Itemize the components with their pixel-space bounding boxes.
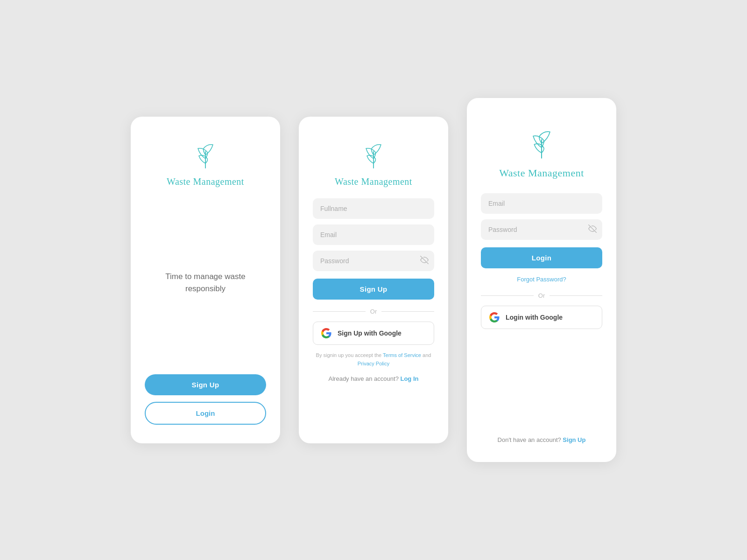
splash-signup-button[interactable]: Sign Up bbox=[145, 374, 266, 395]
fullname-input[interactable] bbox=[313, 198, 434, 219]
google-login-button[interactable]: Login with Google bbox=[481, 306, 602, 329]
splash-actions: Sign Up Login bbox=[145, 374, 266, 425]
privacy-link[interactable]: Privacy Policy bbox=[358, 361, 389, 366]
email-input-login[interactable] bbox=[481, 193, 602, 214]
terms-link[interactable]: Terms of Service bbox=[383, 352, 421, 358]
google-icon-login bbox=[489, 312, 500, 323]
google-login-label: Login with Google bbox=[506, 314, 563, 321]
login-link-signup[interactable]: Log In bbox=[400, 375, 418, 382]
signup-form: Sign Up bbox=[313, 198, 434, 300]
signup-card: Waste Management Sign Up Or Sign Up w bbox=[299, 117, 448, 443]
splash-card: Waste Management Time to manage waste re… bbox=[131, 117, 280, 443]
no-account-text: Don't have an account? Sign Up bbox=[498, 422, 586, 443]
plant-logo-icon-signup bbox=[355, 135, 392, 173]
password-wrapper-signup bbox=[313, 251, 434, 271]
signup-button[interactable]: Sign Up bbox=[313, 279, 434, 300]
plant-logo-icon-login bbox=[521, 121, 563, 163]
or-label-login: Or bbox=[538, 292, 545, 299]
or-divider-signup: Or bbox=[313, 308, 434, 315]
signup-logo-area: Waste Management bbox=[335, 135, 412, 187]
splash-logo-area: Waste Management bbox=[167, 135, 244, 187]
signup-link-login[interactable]: Sign Up bbox=[563, 436, 585, 443]
splash-app-title: Waste Management bbox=[167, 176, 244, 187]
login-app-title: Waste Management bbox=[499, 167, 584, 179]
terms-text: By signin up you acceept the Terms of Se… bbox=[316, 351, 431, 368]
tagline-line1: Time to manage waste bbox=[165, 272, 245, 281]
splash-tagline: Time to manage waste responsibly bbox=[165, 267, 245, 294]
google-icon-signup bbox=[321, 328, 332, 339]
google-signup-button[interactable]: Sign Up with Google bbox=[313, 322, 434, 345]
already-account-text: Already have an account? Log In bbox=[329, 375, 419, 382]
or-label-signup: Or bbox=[370, 308, 377, 315]
google-signup-label: Sign Up with Google bbox=[338, 329, 402, 337]
or-divider-login: Or bbox=[481, 292, 602, 299]
password-input-login[interactable] bbox=[481, 219, 602, 240]
login-logo-area: Waste Management bbox=[499, 121, 584, 179]
login-card: Waste Management Login Forgot Password? … bbox=[467, 98, 616, 462]
splash-login-button[interactable]: Login bbox=[145, 402, 266, 425]
forgot-password-link[interactable]: Forgot Password? bbox=[481, 276, 602, 283]
email-input-signup[interactable] bbox=[313, 224, 434, 245]
signup-app-title: Waste Management bbox=[335, 176, 412, 187]
tagline-line2: responsibly bbox=[185, 284, 226, 293]
password-wrapper-login bbox=[481, 219, 602, 240]
plant-logo-icon bbox=[187, 135, 224, 173]
login-button[interactable]: Login bbox=[481, 247, 602, 268]
password-input-signup[interactable] bbox=[313, 251, 434, 271]
login-form: Login Forgot Password? bbox=[481, 193, 602, 283]
